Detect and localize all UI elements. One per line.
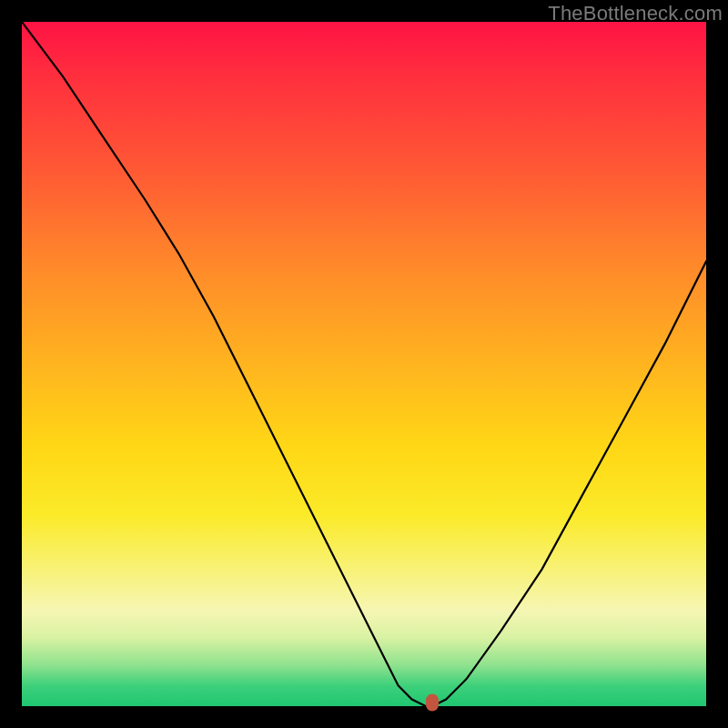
- chart-curve-path: [22, 22, 706, 706]
- chart-container: TheBottleneck.com: [0, 0, 728, 728]
- chart-plot-area: [22, 22, 706, 706]
- chart-marker: [426, 694, 439, 712]
- chart-curve-svg: [22, 22, 706, 706]
